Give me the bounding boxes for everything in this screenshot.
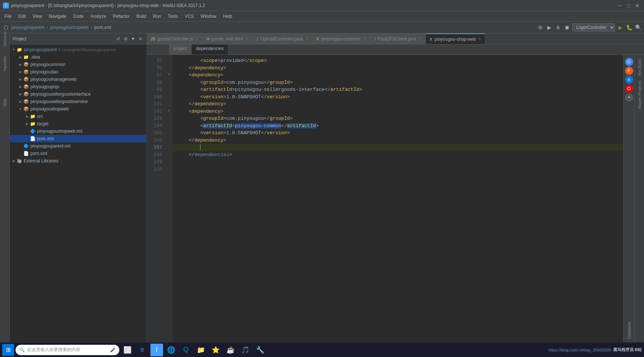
toolbar-icon-3[interactable]: ⏸ bbox=[554, 24, 562, 31]
tab-goodsedit[interactable]: H goods_edit.html ✕ bbox=[203, 33, 253, 44]
tree-item-src[interactable]: ▶ 📁 src bbox=[10, 113, 146, 120]
tree-item-iml-shopweb[interactable]: ▶ 🔷 pinyougoushopweb.iml bbox=[10, 128, 146, 135]
tab-pinyougou-common[interactable]: X pinyougou-common ✕ bbox=[313, 33, 370, 44]
ie-icon[interactable]: e bbox=[625, 76, 633, 84]
tab-goodscontroller[interactable]: JS goodsController.js ✕ bbox=[147, 33, 203, 44]
code-line-104: <artifactId>pinyougou-common</artifactId… bbox=[173, 122, 623, 130]
code-tab-project[interactable]: project bbox=[169, 44, 192, 54]
maven-projects-label[interactable]: Maven Projects bbox=[637, 79, 643, 110]
tab-close-4[interactable]: ✕ bbox=[363, 36, 366, 41]
menu-run[interactable]: Run bbox=[150, 13, 164, 20]
toolbar-debug[interactable]: 🐛 bbox=[625, 24, 633, 31]
tree-item-sellerservice[interactable]: ▶ 📦 pinyougousellergoodsservice bbox=[10, 98, 146, 105]
favorites-icon[interactable]: Favorites bbox=[1, 59, 9, 67]
project-tree: ▼ 📁 pinyougouparent E:\shanghai34\pinyou… bbox=[10, 44, 146, 342]
fold-arrow-97[interactable]: ▼ bbox=[165, 72, 173, 79]
database-label[interactable]: Database bbox=[626, 320, 632, 341]
menu-code[interactable]: Code bbox=[70, 13, 87, 20]
menu-analyze[interactable]: Analyze bbox=[87, 13, 109, 20]
tree-item-parent-pom[interactable]: ▶ 📄 pom.xml bbox=[10, 150, 146, 157]
menu-view[interactable]: View bbox=[30, 13, 45, 20]
menu-tools[interactable]: Tools bbox=[165, 13, 181, 20]
tree-item-root[interactable]: ▼ 📁 pinyougouparent E:\shanghai34\pinyou… bbox=[10, 46, 146, 53]
tab-fastdfsclient[interactable]: J FastDFSClient.java ✕ bbox=[370, 33, 426, 44]
taskbar-search-box[interactable]: 🔍 在这里输入你要搜索的内容 🎤 bbox=[16, 345, 119, 355]
firefox-icon[interactable]: F bbox=[625, 67, 633, 75]
tab-close-6[interactable]: ✕ bbox=[478, 37, 481, 42]
code-tab-dependencies[interactable]: dependencies bbox=[192, 44, 229, 54]
tree-item-parent-iml[interactable]: ▶ 🔷 pinyougouparent.iml bbox=[10, 142, 146, 150]
toolbar-run[interactable]: ▶ bbox=[617, 24, 624, 31]
menu-help[interactable]: Help bbox=[220, 13, 235, 20]
tree-item-shopweb[interactable]: ▼ 📦 pinyougoushopweb bbox=[10, 105, 146, 113]
tree-item-pinyougoupojo[interactable]: ▶ 📦 pinyougoupojo bbox=[10, 83, 146, 90]
maximize-button[interactable]: □ bbox=[625, 2, 632, 9]
taskbar-item5[interactable]: 📁 bbox=[194, 343, 208, 357]
start-button[interactable]: ⊞ bbox=[2, 344, 14, 356]
structure-icon[interactable]: Structure bbox=[1, 35, 9, 43]
tree-item-pinyougoudao[interactable]: ▶ 📦 pinyougoudao bbox=[10, 68, 146, 76]
tree-item-pinyougocommon[interactable]: ▶ 📦 pinyougocommon bbox=[10, 61, 146, 68]
controller-select[interactable]: LoginController bbox=[572, 23, 615, 32]
code-area[interactable]: <scope>provided</scope> </dependency> <d… bbox=[173, 55, 623, 342]
menu-file[interactable]: File bbox=[1, 13, 14, 20]
close-button[interactable]: ✕ bbox=[634, 2, 641, 9]
toolbar-icon-4[interactable]: ⏹ bbox=[563, 24, 571, 31]
project-sync-icon[interactable]: ↺ bbox=[115, 36, 121, 42]
project-settings-icon[interactable]: ▼ bbox=[130, 36, 136, 42]
module-icon: 📦 bbox=[23, 99, 29, 105]
taskbar-item8[interactable]: 🎵 bbox=[239, 343, 252, 357]
mic-icon[interactable]: 🎤 bbox=[110, 347, 116, 353]
line-num: 105 bbox=[147, 129, 162, 137]
module-icon: 📦 bbox=[23, 91, 29, 97]
iml-icon: 🔷 bbox=[30, 128, 36, 134]
tab-close-3[interactable]: ✕ bbox=[305, 36, 309, 41]
taskbar-edge[interactable]: e bbox=[136, 343, 149, 357]
menu-navigate[interactable]: Navigate bbox=[46, 13, 69, 20]
taskbar-item6[interactable]: ⭐ bbox=[209, 343, 222, 357]
tree-item-target[interactable]: ▶ 📁 target bbox=[10, 120, 146, 128]
menu-build[interactable]: Build bbox=[133, 13, 149, 20]
ant-build-label[interactable]: Ant Build bbox=[637, 58, 643, 77]
fold-arrow-102[interactable]: ▼ bbox=[165, 108, 173, 115]
project-hide-icon[interactable]: ✕ bbox=[137, 36, 143, 42]
web-icon[interactable]: Web bbox=[1, 99, 9, 107]
taskbar-chrome[interactable]: 🌐 bbox=[165, 343, 178, 357]
line-num: 99 bbox=[147, 86, 162, 93]
breadcrumb-module[interactable]: pinyougoushopweb bbox=[50, 25, 88, 30]
menu-window[interactable]: Window bbox=[197, 13, 219, 20]
chrome-icon[interactable]: G bbox=[625, 58, 633, 66]
tree-item-pinyougoumanagerweb[interactable]: ▶ 📦 pinyougoumanagerweb bbox=[10, 76, 146, 83]
tree-item-idea[interactable]: ▶ 📁 .idea bbox=[10, 53, 146, 61]
toolbar-icon-2[interactable]: ▶ bbox=[545, 24, 553, 31]
taskbar-qq[interactable]: Q bbox=[179, 343, 193, 357]
nav-project-icon[interactable]: ⬡ bbox=[2, 24, 10, 31]
taskbar-task-view[interactable]: ⬜ bbox=[121, 343, 134, 357]
browser5-icon[interactable]: • bbox=[625, 93, 633, 102]
menu-edit[interactable]: Edit bbox=[15, 13, 29, 20]
project-gear-icon[interactable]: ⚙ bbox=[123, 36, 129, 42]
tree-item-pom-shopweb[interactable]: ▶ 📄 pom.xml bbox=[10, 135, 146, 142]
taskbar-right: https://blog.csdn.net/qq_35600009 黑马程序员 … bbox=[548, 347, 642, 353]
line-num: 103 bbox=[147, 115, 162, 122]
tab-close-1[interactable]: ✕ bbox=[195, 36, 199, 41]
taskbar-intellij[interactable]: I bbox=[150, 344, 163, 356]
toolbar-search[interactable]: 🔍 bbox=[634, 24, 642, 31]
tab-uploadcontroller[interactable]: J UploadController.java ✕ bbox=[253, 33, 313, 44]
tab-pinyougou-shop-web[interactable]: X pinyougou-shop-web ✕ bbox=[426, 33, 485, 44]
tab-close-5[interactable]: ✕ bbox=[418, 36, 422, 41]
toolbar-icon-1[interactable]: ⚙ bbox=[537, 24, 544, 31]
menu-refactor[interactable]: Refactor bbox=[110, 13, 133, 20]
taskbar-item9[interactable]: 🔧 bbox=[253, 343, 267, 357]
taskbar-item7[interactable]: ☕ bbox=[224, 343, 237, 357]
breadcrumb-root[interactable]: pinyougouparent bbox=[11, 25, 44, 30]
menu-vcs[interactable]: VCS bbox=[182, 13, 197, 20]
tab-close-2[interactable]: ✕ bbox=[245, 36, 249, 41]
tree-label: target bbox=[37, 121, 49, 126]
opera-icon[interactable]: O bbox=[625, 85, 633, 93]
tree-item-extlibs[interactable]: ▶ 📚 External Libraries bbox=[10, 157, 146, 165]
tree-item-sellerinterface[interactable]: ▶ 📦 pinyougousellergoodsinterface bbox=[10, 90, 146, 98]
minimize-button[interactable]: ─ bbox=[616, 2, 623, 9]
fold-empty bbox=[165, 144, 173, 151]
module-icon: 📦 bbox=[23, 84, 29, 90]
